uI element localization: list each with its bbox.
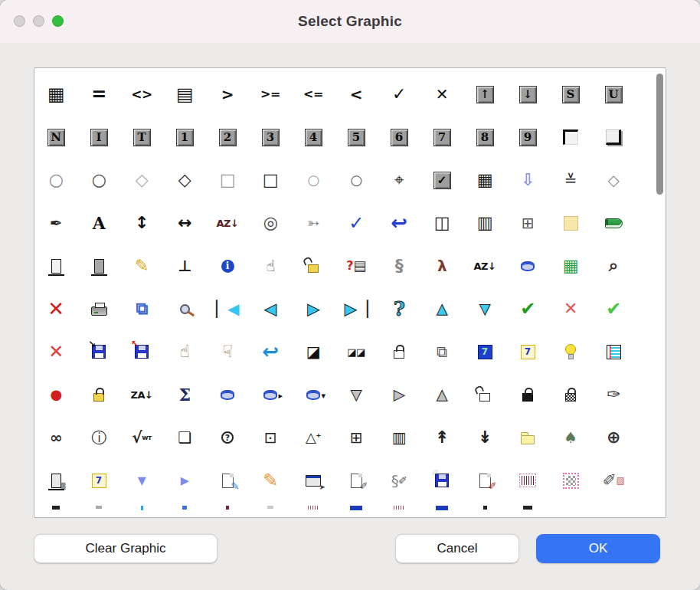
icon-window-wizard[interactable]: ➤ (292, 459, 335, 502)
icon-partial[interactable] (163, 502, 206, 516)
icon-go-next[interactable]: ▶ (292, 287, 335, 330)
icon-target-circle[interactable]: ◎ (249, 202, 292, 244)
icon-sort-az-descending[interactable]: AZ↓ (206, 202, 249, 244)
icon-folder-yellow[interactable] (506, 416, 549, 459)
icon-expand-triangle-blue[interactable]: ▸ (163, 459, 206, 502)
icon-calendar-seven[interactable]: 7 (506, 330, 549, 373)
icon-pen-hatch[interactable]: ✐▨ (592, 459, 635, 502)
icon-square-outline-dark[interactable]: □ (249, 159, 292, 202)
icon-operator-greater-equal[interactable]: >= (249, 73, 292, 116)
icon-button-num-7[interactable]: 7 (420, 116, 463, 159)
icon-square-outline-light[interactable]: □ (206, 159, 249, 202)
icon-expand-box[interactable]: ⊞ (506, 202, 549, 244)
icon-button-arrow-down[interactable]: ↓ (506, 73, 549, 116)
icon-thumbs-down[interactable]: ☟ (206, 330, 249, 373)
icon-padlock-black[interactable] (506, 373, 549, 416)
icon-cascade-windows[interactable]: ❏ (163, 416, 206, 459)
icon-crosshair-pointer[interactable]: ⌖ (378, 159, 420, 202)
icon-spreadsheet-green[interactable]: ▦ (549, 244, 592, 287)
icon-notepad-lines[interactable] (592, 330, 635, 373)
icon-partial[interactable] (34, 502, 77, 516)
icon-button-num-3[interactable]: 3 (249, 116, 292, 159)
icon-resize-vertical[interactable]: ↕ (120, 202, 163, 244)
icon-paint-bucket[interactable]: ◇ (592, 159, 635, 202)
icon-button-style-i[interactable]: I (77, 116, 120, 159)
icon-cross-black[interactable]: ✕ (420, 73, 463, 116)
icon-info-outline[interactable]: ⓘ (77, 416, 120, 459)
icon-partial[interactable] (77, 502, 120, 516)
icon-redo-arrow-cyan[interactable]: ↩ (249, 330, 292, 373)
icon-check-green[interactable]: ✔ (506, 287, 549, 330)
icon-barcode[interactable] (506, 459, 549, 502)
icon-document-paint[interactable]: ✎ (206, 459, 249, 502)
icon-undo-arrow-blue[interactable]: ↩ (378, 202, 420, 244)
icon-padlock-hatched[interactable] (549, 373, 592, 416)
icon-partial[interactable] (206, 502, 249, 516)
icon-sort-za-descending[interactable]: ZA↓ (120, 373, 163, 416)
icon-go-last[interactable]: ▶▕ (335, 287, 378, 330)
icon-help-question-cyan[interactable]: ? (378, 287, 420, 330)
icon-partial[interactable] (506, 502, 549, 516)
icon-sigma-sum[interactable]: Σ (163, 373, 206, 416)
icon-triangle-right-grey[interactable]: ▶ (378, 373, 420, 416)
icon-frame-add[interactable]: ⊞ (335, 416, 378, 459)
icon-circle-small-light[interactable]: ○ (292, 159, 335, 202)
icon-magnifier[interactable] (163, 287, 206, 330)
icon-trash-can-small[interactable]: ▥ (378, 416, 420, 459)
icon-door-lock[interactable]: ▒ (34, 459, 77, 502)
icon-question-circle[interactable]: ? (206, 416, 249, 459)
icon-spin-up-cyan[interactable]: ▲ (420, 287, 463, 330)
icon-trash-can[interactable]: ▥ (463, 202, 506, 244)
icon-button-num-2[interactable]: 2 (206, 116, 249, 159)
icon-partial[interactable] (549, 502, 592, 516)
icon-partial[interactable] (378, 502, 420, 516)
icon-partial[interactable] (249, 502, 292, 516)
icon-table-grid[interactable]: ▦ (34, 73, 77, 116)
icon-operator-less[interactable]: < (335, 73, 378, 116)
icon-go-previous[interactable]: ◀ (249, 287, 292, 330)
icon-circle-outline-light[interactable]: ○ (34, 159, 77, 202)
icon-operator-equals[interactable]: = (77, 73, 120, 116)
icon-hand-stop[interactable]: ☝ (249, 244, 292, 287)
icon-collate-symbol[interactable]: ≚ (549, 159, 592, 202)
scrollbar-thumb[interactable] (656, 74, 663, 195)
icon-button-num-9[interactable]: 9 (506, 116, 549, 159)
cancel-button[interactable]: Cancel (395, 534, 519, 563)
icon-running-person[interactable]: λ (420, 244, 463, 287)
icon-double-arrow-down[interactable]: ↡ (463, 416, 506, 459)
icon-operator-greater[interactable]: > (206, 73, 249, 116)
icon-sort-az-arrow[interactable]: AZ↓ (463, 244, 506, 287)
icon-database-menu[interactable]: ▾ (292, 373, 335, 416)
icon-shield-plus[interactable]: ⊕ (592, 416, 635, 459)
icon-yellow-note[interactable] (549, 202, 592, 244)
icon-partial[interactable] (292, 502, 335, 516)
icon-import-arrow-blue[interactable]: ⇩ (506, 159, 549, 202)
icon-pen-tool[interactable]: ✒ (34, 202, 77, 244)
ok-button[interactable]: OK (536, 534, 660, 563)
icon-checkbox-checked[interactable]: ✓ (420, 159, 463, 202)
icon-letter-a-text[interactable]: A (77, 202, 120, 244)
icon-circle-small-dark[interactable]: ○ (335, 159, 378, 202)
icon-button-num-4[interactable]: 4 (292, 116, 335, 159)
icon-padlock-open-yellow[interactable] (292, 244, 335, 287)
icon-checkmark-black[interactable]: ✓ (378, 73, 420, 116)
icon-partial[interactable] (120, 502, 163, 516)
icon-document-list[interactable]: ▤ (163, 73, 206, 116)
icon-copy-documents[interactable]: ⧉ (120, 287, 163, 330)
icon-save-as-floppy[interactable]: ↖ (120, 330, 163, 373)
icon-padlock-outline[interactable] (378, 330, 420, 373)
icon-cancel-red-x[interactable]: ✕ (549, 287, 592, 330)
icon-button-num-5[interactable]: 5 (335, 116, 378, 159)
icon-table-small[interactable]: ▦ (463, 159, 506, 202)
icon-check-blue[interactable]: ✓ (335, 202, 378, 244)
icon-button-num-6[interactable]: 6 (378, 116, 420, 159)
icon-database-hatched[interactable] (206, 373, 249, 416)
icon-partial[interactable] (420, 502, 463, 516)
icon-dropdown-triangle-blue[interactable]: ▾ (120, 459, 163, 502)
icon-partial[interactable] (463, 502, 506, 516)
icon-window-dotted[interactable]: ⊡ (249, 416, 292, 459)
icon-red-sphere[interactable]: ● (34, 373, 77, 416)
icon-operator-less-equal[interactable]: <= (292, 73, 335, 116)
icon-partial[interactable] (592, 502, 635, 516)
icon-printer[interactable] (77, 287, 120, 330)
